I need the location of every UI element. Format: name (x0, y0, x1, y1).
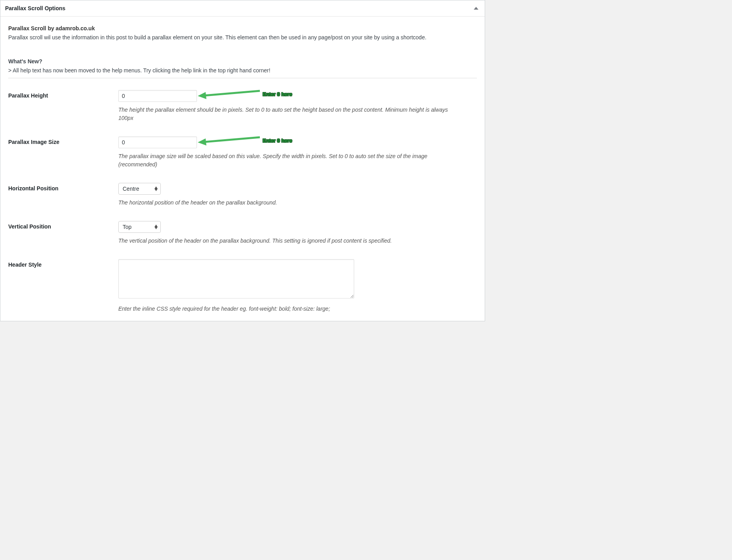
metabox-body: Parallax Scroll by adamrob.co.uk Paralla… (0, 17, 485, 321)
row-parallax-image-size: Parallax Image Size Enter 0 here The par… (8, 136, 477, 169)
intro-block: Parallax Scroll by adamrob.co.uk Paralla… (8, 24, 477, 75)
vertical-position-label: Vertical Position (8, 223, 51, 230)
annotation-label-1: Enter 0 here (263, 90, 292, 98)
label-col: Parallax Image Size (8, 136, 118, 146)
arrow-icon (197, 135, 262, 147)
whats-new-label: What's New? (8, 57, 477, 66)
label-col: Vertical Position (8, 221, 118, 231)
annotation-label-2: Enter 0 here (263, 137, 292, 145)
row-vertical-position: Vertical Position Top The vertical posit… (8, 221, 477, 245)
row-parallax-height: Parallax Height Enter 0 here The height … (8, 90, 477, 122)
parallax-image-size-label: Parallax Image Size (8, 139, 59, 145)
parallax-height-help: The height the parallax element should b… (118, 106, 456, 122)
divider (8, 78, 477, 78)
parallax-image-size-input[interactable] (118, 136, 197, 148)
label-col: Header Style (8, 259, 118, 269)
field-col: Enter the inline CSS style required for … (118, 259, 477, 313)
field-col: Top The vertical position of the header … (118, 221, 477, 245)
horizontal-position-select[interactable]: Centre (118, 183, 161, 195)
vertical-position-select[interactable]: Top (118, 221, 161, 233)
row-horizontal-position: Horizontal Position Centre The horizonta… (8, 183, 477, 207)
horizontal-position-help: The horizontal position of the header on… (118, 199, 456, 207)
arrow-icon (197, 88, 262, 100)
field-col: Centre The horizontal position of the he… (118, 183, 477, 207)
select-wrap: Centre (118, 183, 161, 195)
header-style-textarea[interactable] (118, 259, 354, 298)
header-style-label: Header Style (8, 262, 42, 268)
parallax-options-metabox: Parallax Scroll Options Parallax Scroll … (0, 0, 485, 321)
field-col: Enter 0 here The height the parallax ele… (118, 90, 477, 122)
row-header-style: Header Style Enter the inline CSS style … (8, 259, 477, 313)
vertical-position-help: The vertical position of the header on t… (118, 237, 456, 245)
intro-text: Parallax scroll wil use the information … (8, 33, 477, 42)
metabox-header: Parallax Scroll Options (0, 0, 485, 17)
label-col: Horizontal Position (8, 183, 118, 193)
parallax-height-input[interactable] (118, 90, 197, 102)
collapse-toggle-icon[interactable] (472, 4, 480, 12)
horizontal-position-label: Horizontal Position (8, 185, 59, 192)
field-col: Enter 0 here The parallax image size wil… (118, 136, 477, 169)
select-wrap: Top (118, 221, 161, 233)
metabox-title: Parallax Scroll Options (5, 4, 65, 13)
annotation-arrow-1: Enter 0 here (197, 88, 292, 100)
header-style-help: Enter the inline CSS style required for … (118, 305, 456, 313)
parallax-height-label: Parallax Height (8, 92, 48, 99)
intro-title: Parallax Scroll by adamrob.co.uk (8, 25, 95, 31)
label-col: Parallax Height (8, 90, 118, 100)
annotation-arrow-2: Enter 0 here (197, 135, 292, 147)
whats-new-text: > All help text has now been moved to th… (8, 66, 477, 75)
parallax-image-size-help: The parallax image size will be scaled b… (118, 152, 456, 169)
